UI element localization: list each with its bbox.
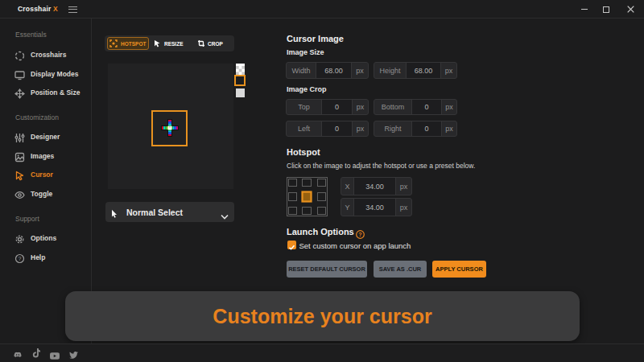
svg-text:?: ? <box>19 256 22 261</box>
svg-text:?: ? <box>358 232 361 237</box>
